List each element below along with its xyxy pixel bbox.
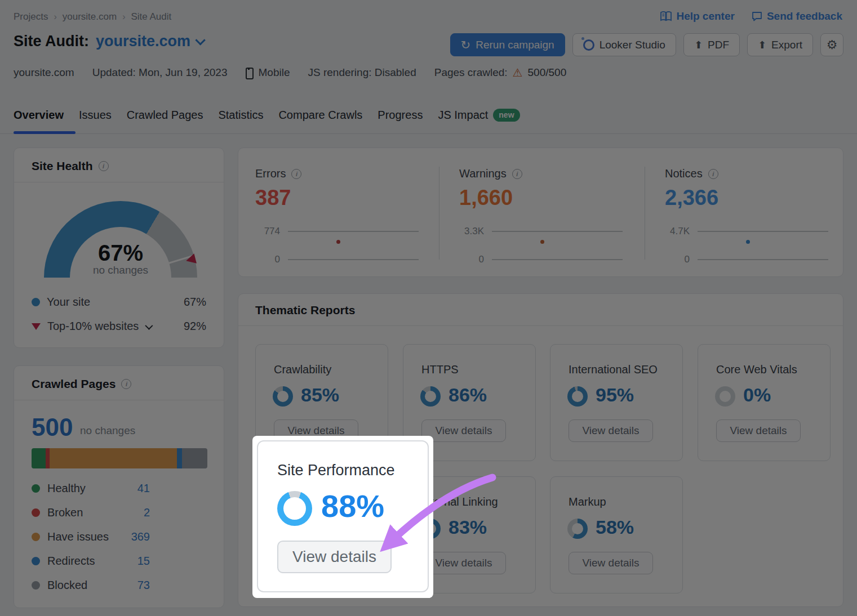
site-performance-value: 88% — [321, 488, 384, 524]
site-performance-view-details-button[interactable]: View details — [277, 541, 392, 573]
site-performance-donut — [277, 491, 312, 526]
site-performance-title: Site Performance — [277, 462, 395, 479]
site-performance-card: Site Performance 88% View details — [257, 440, 429, 592]
